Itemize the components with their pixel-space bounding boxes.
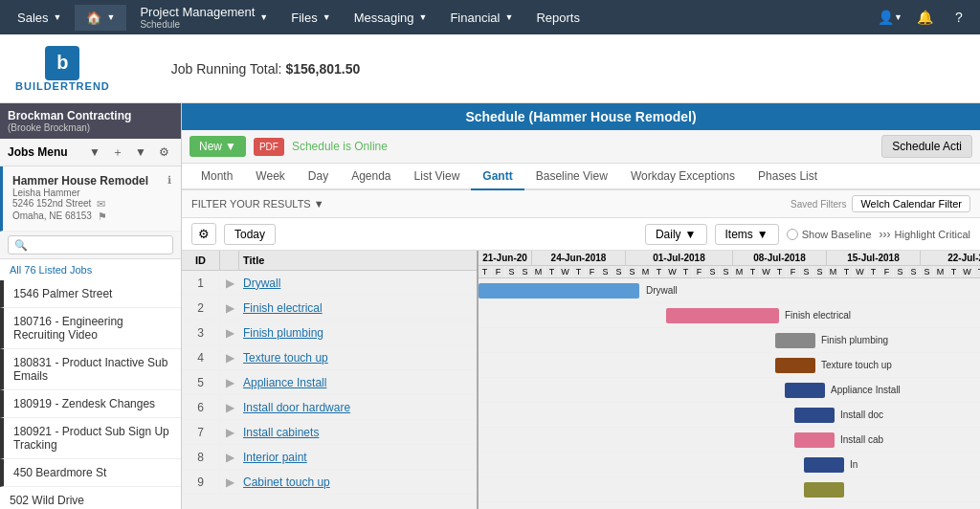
tab-list-view[interactable]: List View — [403, 164, 472, 190]
gantt-bar-9[interactable] — [804, 482, 844, 498]
nav-sales[interactable]: Sales ▼ — [8, 5, 71, 31]
nav-financial-label: Financial — [450, 11, 500, 25]
tab-month[interactable]: Month — [189, 164, 244, 190]
today-button[interactable]: Today — [224, 224, 276, 245]
sidebar-job-180921[interactable]: 180921 - Product Sub Sign Up Tracking — [0, 418, 181, 459]
highlight-critical-toggle[interactable]: ››› Highlight Critical — [880, 228, 970, 241]
logo-text: BUILDERTREND — [15, 80, 110, 92]
jobs-menu-settings[interactable]: ⚙ — [154, 143, 173, 162]
jobs-menu-filter[interactable]: ▼ — [131, 143, 150, 162]
schedule-online-status[interactable]: Schedule is Online — [292, 140, 388, 153]
tab-phases-list[interactable]: Phases List — [746, 164, 829, 190]
daily-dropdown[interactable]: Daily ▼ — [645, 224, 707, 245]
gantt-row-title-1: Drywall — [239, 277, 477, 290]
top-nav: Sales ▼ 🏠 ▼ Project Management Schedule … — [0, 0, 980, 34]
nav-files-arrow: ▼ — [323, 12, 331, 22]
gantt-bar-8[interactable] — [804, 457, 844, 473]
logo-area: b BUILDERTREND — [15, 46, 110, 92]
gantt-day-label: M — [532, 266, 546, 277]
gantt-row-expand-8[interactable]: ▶ — [220, 451, 239, 464]
saved-filters-label: Saved Filters — [791, 199, 846, 210]
sidebar-job-180831[interactable]: 180831 - Product Inactive Sub Emails — [0, 349, 181, 390]
nav-reports[interactable]: Reports — [526, 5, 590, 31]
sidebar-job-1546[interactable]: 1546 Palmer Street — [0, 280, 181, 308]
gantt-day-label: T — [974, 266, 980, 277]
filter-results-label[interactable]: FILTER YOUR RESULTS ▼ — [191, 198, 324, 210]
items-dropdown[interactable]: Items ▼ — [715, 224, 779, 245]
nav-files[interactable]: Files ▼ — [281, 5, 340, 31]
nav-project-arrow: ▼ — [259, 12, 268, 22]
gantt-row-6: 6 ▶ Install door hardware — [182, 395, 477, 420]
gantt-row-expand-5[interactable]: ▶ — [220, 376, 239, 389]
gantt-row-expand-2[interactable]: ▶ — [220, 301, 239, 315]
gantt-bar-7[interactable] — [794, 432, 835, 448]
settings-button[interactable]: ⚙ — [191, 223, 216, 245]
job-total-value: $156,801.50 — [285, 61, 360, 77]
all-jobs-link[interactable]: All 76 Listed Jobs — [0, 259, 181, 280]
nav-messaging[interactable]: Messaging ▼ — [345, 5, 437, 31]
gantt-day-label: W — [760, 266, 773, 277]
gantt-bar-row-9 — [479, 477, 980, 502]
gantt-table-header: ID Title — [182, 251, 477, 271]
jobs-menu-dropdown[interactable]: ▼ — [85, 143, 104, 162]
sidebar-job-180716[interactable]: 180716 - Engineering Recruiting Video — [0, 308, 181, 349]
sidebar-search-input[interactable] — [8, 235, 173, 254]
gantt-bar-4[interactable] — [775, 358, 815, 373]
gantt-day-label: S — [894, 266, 907, 277]
nav-financial[interactable]: Financial ▼ — [440, 5, 523, 31]
gantt-bar-2[interactable] — [666, 308, 779, 323]
schedule-header: Schedule (Hammer House Remodel) — [182, 103, 980, 130]
sidebar-active-job[interactable]: Hammer House Remodel ℹ Leisha Hammer 524… — [0, 166, 181, 232]
gantt-row-expand-3[interactable]: ▶ — [220, 326, 239, 340]
show-baseline-toggle[interactable]: Show Baseline — [787, 229, 872, 240]
gantt-area: ID Title 1 ▶ Drywall 2 ▶ Finish electric… — [182, 251, 980, 509]
gantt-row-7: 7 ▶ Install cabinets — [182, 420, 477, 445]
nav-home[interactable]: 🏠 ▼ — [75, 5, 126, 31]
pdf-button[interactable]: PDF — [254, 138, 284, 156]
bell-icon-btn[interactable]: 🔔 — [911, 4, 938, 31]
nav-project-management[interactable]: Project Management Schedule ▼ — [130, 0, 278, 35]
gantt-bar-1[interactable] — [479, 283, 639, 299]
gantt-right-panel: 21-Jun-2024-Jun-201801-Jul-201808-Jul-20… — [479, 251, 980, 509]
tab-agenda[interactable]: Agenda — [340, 164, 402, 190]
gantt-bar-row-3: Finish plumbing — [479, 328, 980, 353]
sidebar-jobs-list: 1546 Palmer Street 180716 - Engineering … — [0, 280, 181, 509]
sidebar-job-450[interactable]: 450 Beardmore St — [0, 459, 181, 487]
gantt-row-title-2: Finish electrical — [239, 301, 477, 315]
tab-baseline-view[interactable]: Baseline View — [524, 164, 619, 190]
active-job-contact: Leisha Hammer — [12, 188, 171, 198]
new-button[interactable]: New ▼ — [189, 136, 246, 157]
gantt-row-expand-4[interactable]: ▶ — [220, 351, 239, 365]
gantt-bar-3[interactable] — [775, 333, 815, 348]
jobs-menu-add[interactable]: ＋ — [108, 143, 127, 162]
gantt-row-expand-1[interactable]: ▶ — [220, 277, 239, 290]
tab-gantt[interactable]: Gantt — [471, 164, 523, 190]
gantt-day-label: S — [706, 266, 720, 277]
gantt-row-expand-9[interactable]: ▶ — [220, 476, 239, 489]
gantt-day-label: M — [639, 266, 653, 277]
date-group-label: 01-Jul-2018 — [626, 251, 732, 265]
help-icon-btn[interactable]: ? — [946, 4, 972, 31]
gantt-bar-6[interactable] — [794, 408, 835, 423]
sidebar-jobs-menu-label: Jobs Menu — [8, 145, 81, 159]
tab-week[interactable]: Week — [244, 164, 296, 190]
saved-filter-chip[interactable]: Welch Calendar Filter — [852, 195, 970, 212]
gantt-day-label: S — [599, 266, 612, 277]
gantt-row-title-8: Interior paint — [239, 451, 477, 464]
date-group-label: 08-Jul-2018 — [733, 251, 826, 265]
sidebar-job-502[interactable]: 502 Wild Drive — [0, 487, 181, 509]
gantt-bar-5[interactable] — [785, 383, 825, 398]
gantt-row-expand-6[interactable]: ▶ — [220, 401, 239, 414]
gantt-left-panel: ID Title 1 ▶ Drywall 2 ▶ Finish electric… — [182, 251, 479, 509]
tab-workday-exceptions[interactable]: Workday Exceptions — [619, 164, 746, 190]
sidebar-company-sub: (Brooke Brockman) — [8, 122, 173, 133]
sidebar-job-180919[interactable]: 180919 - Zendesk Changes — [0, 390, 181, 418]
user-icon-btn[interactable]: 👤 ▼ — [877, 4, 903, 31]
gantt-day-label: W — [666, 266, 679, 277]
gantt-bar-label-7: Install cab — [840, 434, 883, 445]
main-layout: Brockman Contracting (Brooke Brockman) J… — [0, 103, 980, 509]
gantt-day-label: T — [546, 266, 559, 277]
gantt-row-expand-7[interactable]: ▶ — [220, 426, 239, 439]
schedule-actions-button[interactable]: Schedule Acti — [881, 135, 972, 158]
tab-day[interactable]: Day — [297, 164, 340, 190]
